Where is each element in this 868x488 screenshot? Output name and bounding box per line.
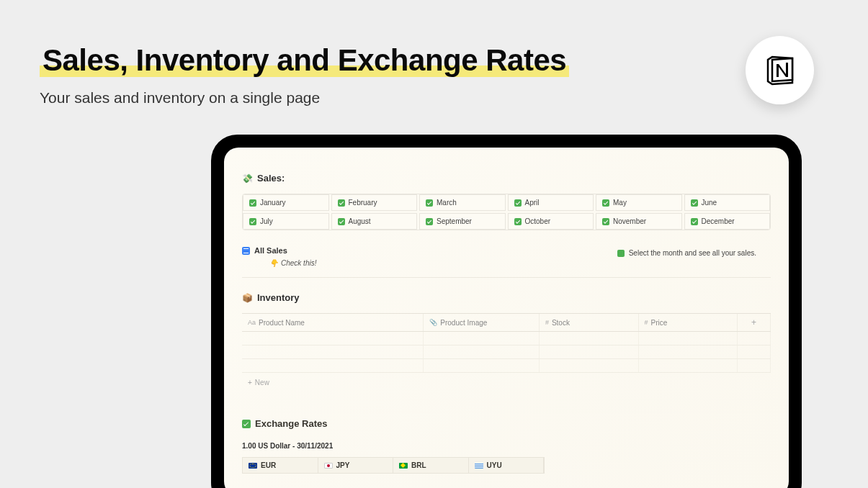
currency-row: EUR JPY BRL UYU	[242, 457, 545, 474]
currency-jpy[interactable]: JPY	[318, 458, 394, 473]
col-product-name[interactable]: AaProduct Name	[242, 314, 424, 331]
sales-emoji-icon: 💸	[242, 173, 253, 184]
currency-label: BRL	[411, 461, 426, 469]
check-this-text: Check this!	[281, 259, 316, 267]
month-label: November	[613, 217, 646, 225]
month-march[interactable]: March	[419, 194, 506, 211]
month-april[interactable]: April	[508, 194, 594, 211]
check-icon	[242, 420, 251, 428]
currency-uyu[interactable]: UYU	[469, 458, 545, 473]
all-sales-link[interactable]: All Sales	[242, 246, 316, 255]
col-product-image[interactable]: 📎Product Image	[424, 314, 540, 331]
month-november[interactable]: November	[596, 213, 682, 230]
page-title: Sales, Inventory and Exchange Rates	[40, 43, 569, 77]
check-icon	[426, 199, 433, 207]
month-june[interactable]: June	[684, 194, 771, 211]
currency-eur[interactable]: EUR	[243, 458, 318, 473]
page-subtitle: Your sales and inventory on a single pag…	[40, 89, 569, 107]
new-label: New	[255, 379, 269, 387]
month-february[interactable]: February	[331, 194, 418, 211]
hint-icon	[617, 250, 625, 257]
month-label: May	[613, 199, 627, 207]
check-icon	[338, 199, 345, 207]
hint-text: Select the month and see all your sales.	[629, 249, 756, 257]
point-icon: 👇	[269, 259, 278, 267]
table-row[interactable]	[242, 359, 771, 373]
new-row-button[interactable]: + New	[242, 373, 771, 392]
month-label: August	[349, 217, 371, 225]
exchange-subtitle: 1.00 US Dollar - 30/11/2021	[242, 442, 771, 450]
number-icon: #	[545, 319, 549, 326]
text-icon: Aa	[248, 319, 256, 326]
currency-label: JPY	[336, 461, 350, 469]
check-icon	[514, 199, 522, 207]
currency-brl[interactable]: BRL	[393, 458, 469, 473]
inventory-title-text: Inventory	[257, 292, 300, 303]
note-icon	[242, 247, 250, 255]
inventory-emoji-icon: 📦	[242, 293, 253, 303]
col-label: Product Name	[259, 319, 305, 327]
month-label: July	[260, 217, 273, 225]
check-this-hint: 👇 Check this!	[269, 259, 316, 267]
check-icon	[426, 218, 433, 225]
plus-icon: +	[248, 379, 252, 387]
month-grid: January February March April May June Ju…	[242, 194, 771, 230]
col-label: Stock	[552, 319, 570, 327]
number-icon: #	[645, 319, 648, 326]
month-label: October	[525, 217, 551, 225]
check-icon	[514, 218, 522, 225]
month-label: January	[260, 199, 286, 207]
col-stock[interactable]: #Stock	[540, 314, 639, 331]
exchange-heading: Exchange Rates	[242, 418, 771, 429]
exchange-title-text: Exchange Rates	[255, 418, 327, 429]
col-label: Product Image	[440, 319, 487, 327]
inventory-heading: 📦 Inventory	[242, 292, 771, 303]
month-label: February	[349, 199, 377, 207]
check-icon	[691, 218, 698, 225]
flag-uy-icon	[475, 463, 483, 469]
currency-label: EUR	[261, 461, 276, 469]
check-icon	[249, 218, 256, 225]
sales-title-text: Sales:	[257, 173, 285, 184]
month-september[interactable]: September	[419, 213, 506, 230]
col-price[interactable]: #Price	[639, 314, 738, 331]
app-screen: 💸 Sales: January February March April Ma…	[224, 148, 789, 488]
month-july[interactable]: July	[243, 213, 329, 230]
flag-br-icon	[399, 463, 408, 469]
check-icon	[249, 199, 256, 207]
sales-heading: 💸 Sales:	[242, 173, 771, 184]
month-label: March	[437, 199, 457, 207]
month-may[interactable]: May	[596, 194, 682, 211]
currency-label: UYU	[487, 461, 502, 469]
month-october[interactable]: October	[508, 213, 594, 230]
add-column-button[interactable]: +	[738, 314, 771, 331]
all-sales-label: All Sales	[254, 246, 287, 255]
month-label: September	[437, 217, 472, 225]
table-row[interactable]	[242, 345, 771, 359]
sales-hint: Select the month and see all your sales.	[617, 246, 771, 257]
check-icon	[338, 218, 345, 225]
tablet-frame: 💸 Sales: January February March April Ma…	[211, 135, 802, 488]
inventory-table: AaProduct Name 📎Product Image #Stock #Pr…	[242, 313, 771, 392]
month-december[interactable]: December	[684, 213, 771, 230]
table-row[interactable]	[242, 332, 771, 345]
attachment-icon: 📎	[429, 319, 437, 326]
notion-logo	[746, 36, 814, 104]
month-label: June	[702, 199, 717, 207]
check-icon	[602, 218, 609, 225]
flag-jp-icon	[324, 463, 333, 469]
check-icon	[691, 199, 698, 207]
month-january[interactable]: January	[243, 194, 329, 211]
month-label: April	[525, 199, 540, 207]
month-label: December	[702, 217, 735, 225]
flag-eu-icon	[249, 463, 257, 469]
check-icon	[602, 199, 609, 207]
col-label: Price	[651, 319, 668, 327]
month-august[interactable]: August	[331, 213, 418, 230]
